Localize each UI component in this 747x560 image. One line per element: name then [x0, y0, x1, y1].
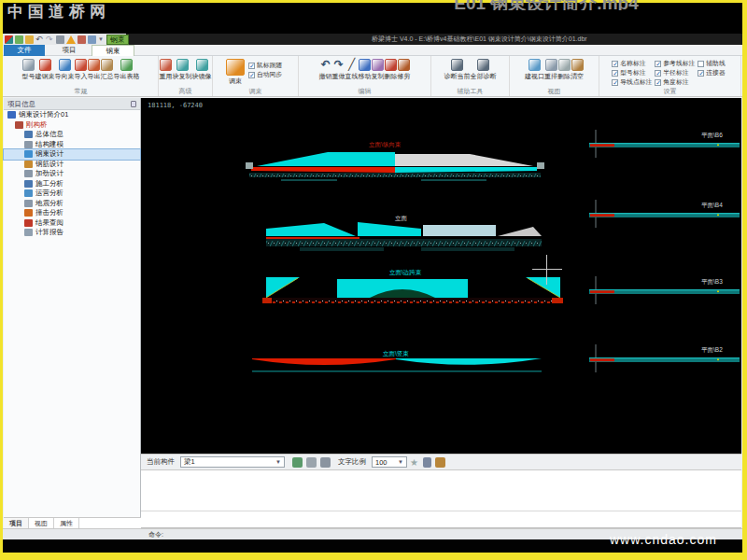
window-icon[interactable]	[88, 35, 96, 44]
tree-item-label: 运营分析	[35, 189, 63, 198]
open-folder-icon[interactable]	[25, 35, 34, 44]
elevation-view-4: 立面\竖束	[252, 350, 542, 372]
checkbox-option[interactable]: ✓角度标注	[655, 77, 695, 87]
checkbox-option[interactable]: ✓鼠标跟随	[248, 61, 282, 70]
checkbox-option[interactable]: ✓导线点标注	[612, 77, 652, 87]
ribbon-button[interactable]: 重用	[160, 57, 173, 81]
ribbon-button-label: 导入	[75, 72, 88, 81]
component-select[interactable]: 梁1▼	[180, 456, 285, 468]
ribbon-button[interactable]: 建钢束	[35, 57, 55, 81]
checkbox-option[interactable]: 辅助线	[698, 59, 725, 68]
favorite-star-icon[interactable]: ★	[410, 457, 418, 468]
ribbon-group: 诊断当前全部诊断辅助工具	[431, 56, 510, 96]
redo-icon[interactable]: ↷	[46, 35, 54, 44]
ribbon-button[interactable]: 复制	[372, 57, 385, 81]
tree-item-icon	[24, 150, 33, 158]
ribbon-button[interactable]: 清空	[571, 57, 584, 81]
checkbox-option[interactable]: ✓自动同步	[248, 70, 282, 79]
tab-project[interactable]: 项目	[49, 45, 90, 56]
tree-item[interactable]: 总体信息	[4, 130, 140, 140]
toolbar-dropdown-icon[interactable]: ▼	[98, 35, 106, 44]
ribbon-button[interactable]: 全部诊断	[471, 57, 497, 81]
ribbon-button[interactable]: 导出	[88, 57, 101, 81]
ribbon-button[interactable]: 删除	[557, 57, 571, 81]
options-icon[interactable]	[78, 35, 86, 44]
plan-deck-edge	[589, 289, 740, 290]
undo-icon[interactable]: ↶	[35, 35, 44, 44]
checkbox-label: 导线点标注	[620, 77, 652, 87]
ribbon-group-body: 调束✓鼠标跟随✓自动同步	[213, 57, 298, 88]
checkbox-option[interactable]: ✓连接器	[698, 68, 725, 77]
ribbon-button[interactable]: 调束	[226, 57, 245, 86]
tree-item[interactable]: 加劲设计	[4, 169, 140, 179]
ribbon-group-body: ↶撤销↷重做╱直线移动复制删除修剪	[299, 57, 430, 88]
command-log[interactable]	[141, 470, 741, 528]
video-title: E01 钢束设计简介.mp4	[392, 0, 700, 10]
ribbon-button[interactable]: 删除	[385, 57, 398, 81]
pin-icon[interactable]	[131, 101, 136, 107]
ribbon-button[interactable]: 块镜像	[192, 57, 212, 81]
ribbon-group: 重用块复制块镜像高级	[159, 56, 213, 96]
refresh-icon[interactable]	[306, 457, 317, 468]
plan-strip: 平面\B6	[589, 130, 740, 158]
tab-file[interactable]: 文件	[4, 45, 45, 56]
ribbon-button[interactable]: 导出表格	[114, 57, 140, 81]
elevation-view-3: 立面\边跨束	[262, 269, 563, 303]
bridge-icon	[15, 121, 23, 129]
crosshair-cursor	[546, 255, 547, 285]
tree-item[interactable]: 施工分析	[4, 179, 140, 189]
tendon-shape	[395, 154, 533, 166]
ribbon-button[interactable]: 导向束	[55, 57, 75, 81]
ribbon-button[interactable]: ╱直线	[345, 57, 359, 81]
tree-item[interactable]: 钢筋设计	[4, 160, 140, 170]
ribbon-button[interactable]: 块复制	[173, 57, 192, 81]
ribbon-button[interactable]: 汇总	[101, 57, 114, 81]
checkbox-option[interactable]: ✓参考线标注	[655, 59, 695, 68]
flag-icon[interactable]	[423, 457, 431, 468]
ribbon-button-label: 重排	[544, 72, 557, 81]
tree-item[interactable]: 撞击分析	[4, 208, 140, 218]
watermark-top: 中国道桥网	[7, 1, 110, 22]
tree-item[interactable]: 结构建模	[4, 140, 140, 150]
tree-item[interactable]: 计算报告	[4, 228, 140, 238]
tree-item[interactable]: 结果查阅	[4, 218, 140, 229]
anchor-block	[552, 298, 563, 303]
ribbon-button[interactable]: ↷重做	[332, 57, 345, 81]
checkbox-label: 角度标注	[663, 77, 688, 87]
ribbon-button[interactable]: 导入	[75, 57, 88, 81]
ribbon-button-label: 块复制	[173, 72, 192, 81]
checkbox-option[interactable]: ✓型号标注	[612, 68, 652, 77]
tree-item[interactable]: 钢束设计	[4, 149, 140, 160]
tree-item-icon	[24, 189, 33, 197]
ribbon-button[interactable]: 建视口	[525, 57, 544, 81]
checkbox-option[interactable]: ✓半径标注	[655, 68, 695, 77]
checkbox-option[interactable]: ✓名称标注	[612, 59, 652, 68]
save-icon[interactable]	[56, 35, 64, 44]
ribbon-button[interactable]: 移动	[359, 57, 372, 81]
tab-tendon[interactable]: 钢束	[92, 45, 134, 56]
tree-bridge[interactable]: 刚构桥	[4, 120, 140, 131]
add-icon[interactable]	[292, 457, 303, 468]
ribbon-button-label: 清空	[571, 72, 584, 81]
grid-icon[interactable]	[320, 457, 331, 468]
ribbon-button-label: 块镜像	[192, 72, 212, 81]
ribbon-button[interactable]: ↶撤销	[319, 57, 332, 81]
tree-item-icon	[24, 170, 33, 177]
tree-item-label: 结构建模	[35, 140, 63, 149]
ribbon-button[interactable]: 重排	[544, 57, 557, 81]
ribbon-button[interactable]: 型号	[22, 57, 35, 81]
tree-item[interactable]: 地震分析	[4, 199, 140, 209]
project-tree: 钢束设计简介01刚构桥总体信息结构建模钢束设计钢筋设计加劲设计施工分析运营分析地…	[4, 110, 140, 238]
tree-item[interactable]: 运营分析	[4, 189, 140, 199]
ribbon-tab-bar: 文件 项目 钢束	[3, 45, 742, 56]
text-scale-select[interactable]: 100▼	[372, 456, 407, 468]
ribbon-button[interactable]: 修剪	[398, 57, 411, 81]
cad-canvas[interactable]: 181118, -67240 立面\纵向束	[141, 98, 741, 454]
draw-icon[interactable]	[435, 457, 445, 468]
new-icon[interactable]	[15, 35, 23, 44]
ribbon-button[interactable]: 诊断当前	[444, 57, 471, 81]
ribbon-button-label: 汇总	[101, 72, 114, 81]
girder-line	[252, 371, 542, 372]
plan-marker	[717, 291, 719, 293]
tree-root[interactable]: 钢束设计简介01	[4, 110, 140, 120]
